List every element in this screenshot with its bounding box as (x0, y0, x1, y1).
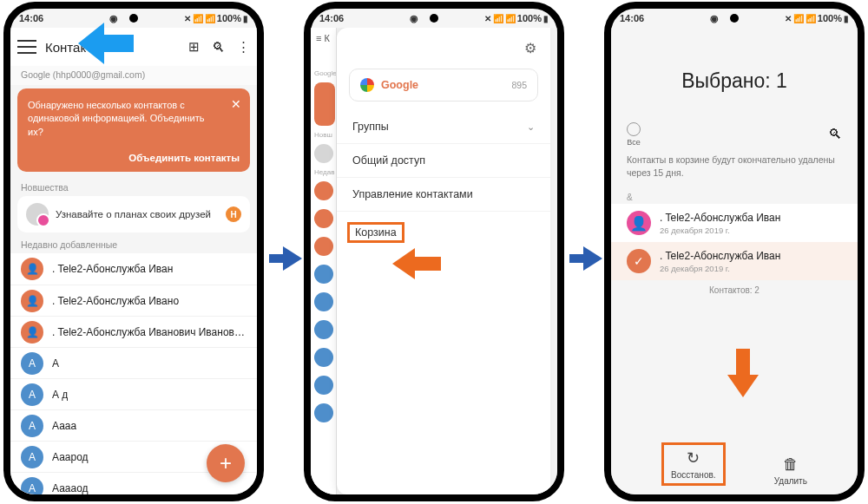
transition-arrow-icon (283, 246, 302, 271)
annotation-arrow-orange (392, 248, 415, 279)
avatar-icon: A (21, 446, 43, 468)
camera-notch (430, 14, 438, 23)
avatar-icon: 👤 (21, 321, 43, 344)
trash-row[interactable]: 👤 . Tele2-Абонслужба Иван 26 декабря 201… (611, 204, 858, 242)
camera-icon: ◉ (410, 13, 418, 24)
add-contact-fab[interactable]: + (207, 444, 245, 482)
selection-toolbar: Все 🔍︎ (611, 122, 858, 152)
contact-row[interactable]: 👤. Tele2-Абонслужба Ивано (10, 285, 257, 316)
avatar-icon: 👤 (627, 211, 651, 235)
screen: Выбрано: 1 Все 🔍︎ Контакты в корзине буд… (611, 28, 858, 494)
contact-row[interactable]: AАааа (10, 409, 257, 441)
close-icon[interactable]: ✕ (231, 97, 241, 111)
search-icon[interactable]: 🔍︎ (212, 40, 225, 55)
annotation-arrow-blue (78, 23, 104, 64)
menu-trash[interactable]: Корзина (337, 211, 550, 253)
avatar-icon: A (21, 383, 43, 406)
restore-button[interactable]: ↻ Восстанов. (661, 442, 725, 486)
transition-arrow-icon (583, 246, 602, 271)
avatar-icon: A (21, 415, 43, 437)
contact-row[interactable]: AА д (10, 378, 257, 409)
restore-icon: ↻ (687, 448, 700, 468)
background-strip: ≡ К Google Новш Недав (311, 28, 337, 494)
merge-text: Обнаружено несколько контактов с одинако… (28, 99, 240, 139)
merge-button[interactable]: Объединить контакты (28, 153, 240, 163)
camera-icon: ◉ (109, 13, 118, 24)
trash-count: Контактов: 2 (611, 280, 858, 297)
news-avatar-icon (26, 203, 49, 226)
google-icon (360, 78, 374, 92)
account-count: 895 (511, 80, 527, 90)
status-right: ✕📶📶 100%▮ (184, 13, 248, 23)
camera-icon: ◉ (710, 13, 719, 24)
status-time: 14:06 (319, 13, 344, 23)
phone-contacts-list: 14:06 ◉ ✕📶📶 100%▮ Контакты ⊞ 🔍︎ ⋮ Google… (3, 2, 264, 501)
account-card[interactable]: Google 895 (349, 69, 538, 101)
menu-shared[interactable]: Общий доступ (337, 143, 550, 177)
status-time: 14:06 (19, 13, 43, 23)
app-bar: Контакты ⊞ 🔍︎ ⋮ (10, 28, 257, 66)
trash-row-selected[interactable]: ✓ . Tele2-Абонслужба Иван 26 декабря 201… (611, 242, 858, 280)
bottom-bar: ↻ Восстанов. 🗑 Удалить (611, 442, 858, 486)
annotation-arrow-down (727, 375, 759, 397)
settings-icon[interactable]: ⚙ (524, 40, 536, 56)
camera-notch (129, 14, 138, 23)
trash-date: 26 декабря 2019 г. (660, 264, 780, 273)
status-right: ✕📶📶 100%▮ (484, 13, 549, 23)
selection-title: Выбрано: 1 (611, 28, 858, 122)
news-text: Узнавайте о планах своих друзей (56, 209, 219, 219)
camera-notch (730, 14, 739, 23)
navigation-drawer: ⚙ Google 895 Группы ⌄ Общий доступ Управ… (337, 28, 550, 494)
screen: Контакты ⊞ 🔍︎ ⋮ Google (hhp0000@gmail.co… (10, 28, 257, 494)
select-all-button[interactable]: Все (627, 122, 641, 147)
contact-row[interactable]: 👤. Tele2-Абонслужба Иванович Иванов К... (10, 316, 257, 347)
menu-manage[interactable]: Управление контактами (337, 177, 550, 211)
trash-date: 26 декабря 2019 г. (660, 226, 780, 235)
account-label: Google (381, 79, 504, 91)
avatar-icon: A (21, 477, 43, 494)
trash-icon: 🗑 (783, 455, 799, 474)
section-recent: Недавно добавленные (10, 232, 257, 253)
phone-drawer-menu: 14:06 ◉ ✕📶📶 100%▮ ≡ К Google Новш Недав (304, 2, 564, 501)
qr-icon[interactable]: ⊞ (188, 39, 200, 55)
check-icon: ✓ (627, 249, 651, 273)
menu-groups[interactable]: Группы ⌄ (337, 110, 550, 143)
letter-header: & (611, 189, 858, 204)
status-right: ✕📶📶 100%▮ (785, 13, 849, 23)
status-time: 14:06 (620, 13, 644, 23)
trash-name: . Tele2-Абонслужба Иван (660, 250, 780, 262)
contact-row[interactable]: 👤. Tele2-Абонслужба Иван (10, 253, 257, 285)
chevron-down-icon: ⌄ (527, 121, 535, 133)
delete-button[interactable]: 🗑 Удалить (774, 455, 807, 486)
phone-trash-selection: 14:06 ◉ ✕📶📶 100%▮ Выбрано: 1 Все 🔍︎ Конт… (604, 2, 865, 501)
contact-row[interactable]: AА (10, 347, 257, 378)
avatar-icon: 👤 (21, 290, 43, 312)
more-icon[interactable]: ⋮ (237, 39, 250, 55)
search-icon[interactable]: 🔍︎ (828, 127, 842, 142)
trash-name: . Tele2-Абонслужба Иван (660, 212, 780, 224)
trash-highlight: Корзина (347, 222, 404, 243)
avatar-icon: 👤 (21, 258, 43, 280)
news-card[interactable]: Узнавайте о планах своих друзей Н (17, 196, 250, 232)
section-news: Новшества (10, 175, 257, 196)
trash-notice: Контакты в корзине будут окончательно уд… (611, 152, 858, 189)
radio-icon (627, 122, 641, 136)
account-label: Google (hhp0000@gmail.com) (10, 66, 257, 85)
avatar-icon: A (21, 352, 43, 375)
menu-icon[interactable] (17, 40, 36, 54)
news-badge: Н (226, 206, 241, 222)
merge-duplicates-card: Обнаружено несколько контактов с одинако… (17, 88, 250, 172)
